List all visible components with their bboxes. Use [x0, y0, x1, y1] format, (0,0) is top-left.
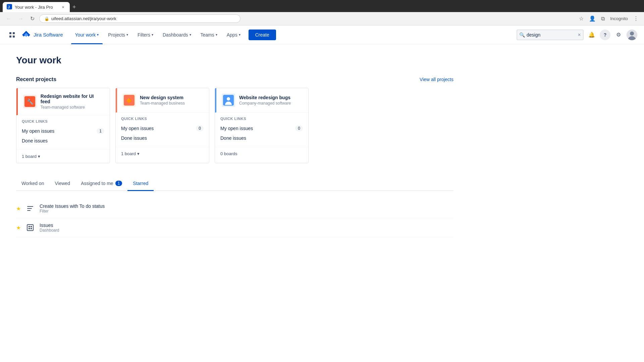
- address-bar[interactable]: 🔒 uifeed.atlassian.net/jira/your-work: [39, 14, 240, 23]
- menu-button[interactable]: ⋮: [632, 14, 640, 23]
- done-issues-link[interactable]: Done issues: [121, 133, 204, 143]
- project-info: Website redesign bugs Company-managed so…: [239, 95, 291, 106]
- notifications-button[interactable]: 🔔: [586, 29, 597, 40]
- project-card-body: QUICK LINKS My open issues 1 Done issues: [16, 115, 110, 149]
- project-avatar: 🔧: [23, 95, 37, 108]
- user-avatar[interactable]: [627, 29, 637, 40]
- filter-icon: [25, 203, 36, 214]
- project-info: Redesign website for UI feed Team-manage…: [41, 94, 104, 110]
- starred-item-filter[interactable]: ★ Create Issues with To do status Filter: [16, 199, 453, 218]
- active-browser-tab[interactable]: J Your work - Jira Pro ✕: [3, 2, 70, 12]
- svg-rect-16: [27, 210, 31, 211]
- search-wrapper: 🔍 ✕: [517, 29, 584, 40]
- star-icon: ★: [16, 205, 21, 212]
- main-content: Your work Recent projects View all proje…: [0, 44, 470, 248]
- tab-viewed[interactable]: Viewed: [49, 177, 75, 191]
- nav-right: 🔍 ✕ 🔔 ? ⚙: [517, 29, 637, 40]
- project-card-redesign[interactable]: 🔧 Redesign website for UI feed Team-mana…: [16, 88, 110, 163]
- svg-rect-2: [9, 32, 11, 34]
- create-button[interactable]: Create: [249, 29, 276, 40]
- tab-starred[interactable]: Starred: [127, 177, 154, 191]
- tab-title: Your work - Jira Pro: [15, 5, 53, 10]
- done-issues-link[interactable]: Done issues: [22, 136, 104, 145]
- project-boards-footer[interactable]: 1 board ▾: [116, 147, 209, 160]
- nav-items: Your work ▾ Projects ▾ Filters ▾ Dashboa…: [71, 25, 245, 44]
- starred-item-dashboard[interactable]: ★ Issues Dashboard: [16, 218, 453, 237]
- project-card-header: Website redesign bugs Company-managed so…: [215, 88, 308, 113]
- nav-item-projects[interactable]: Projects ▾: [104, 25, 132, 44]
- search-clear-button[interactable]: ✕: [578, 33, 581, 37]
- project-boards-footer: 0 boards: [215, 147, 308, 160]
- tab-close-button[interactable]: ✕: [60, 4, 66, 10]
- bookmark-button[interactable]: ☆: [578, 14, 585, 23]
- project-card-body: QUICK LINKS My open issues 0 Done issues: [215, 113, 308, 147]
- browser-controls: ← → ↻ 🔒 uifeed.atlassian.net/jira/your-w…: [0, 12, 644, 25]
- project-card-website-bugs[interactable]: Website redesign bugs Company-managed so…: [215, 88, 309, 163]
- starred-items-list: ★ Create Issues with To do status Filter…: [16, 199, 453, 237]
- chevron-down-icon: ▾: [38, 154, 40, 159]
- refresh-button[interactable]: ↻: [28, 14, 37, 23]
- svg-point-13: [227, 97, 230, 101]
- search-icon: 🔍: [519, 32, 525, 38]
- new-tab-button[interactable]: +: [70, 2, 79, 12]
- forward-button[interactable]: →: [16, 14, 25, 23]
- project-card-header: 🔶 New design system Team-managed busines…: [116, 88, 209, 113]
- browser-actions: ☆ 👤 ⧉ Incognito ⋮: [578, 14, 640, 23]
- nav-item-teams[interactable]: Teams ▾: [197, 25, 221, 44]
- nav-item-your-work[interactable]: Your work ▾: [71, 25, 103, 44]
- help-button[interactable]: ?: [600, 29, 610, 40]
- settings-button[interactable]: ⚙: [613, 29, 624, 40]
- done-issues-link[interactable]: Done issues: [220, 133, 303, 143]
- my-open-issues-link[interactable]: My open issues 0: [220, 123, 303, 133]
- project-avatar: [222, 94, 235, 107]
- jira-logo[interactable]: Jira Software: [21, 30, 63, 40]
- svg-text:🔶: 🔶: [126, 98, 132, 104]
- project-info: New design system Team-managed business: [140, 95, 185, 106]
- svg-text:J: J: [8, 5, 10, 9]
- chevron-down-icon: ▾: [137, 151, 140, 156]
- chevron-down-icon: ▾: [239, 33, 240, 37]
- tabs-container: Worked on Viewed Assigned to me 1 Starre…: [16, 177, 453, 191]
- tab-assigned-to-me[interactable]: Assigned to me 1: [75, 177, 127, 191]
- page-title: Your work: [16, 55, 453, 66]
- incognito-label: Incognito: [609, 15, 629, 22]
- svg-rect-19: [31, 226, 32, 227]
- jira-navbar: Jira Software Your work ▾ Projects ▾ Fil…: [0, 25, 644, 44]
- back-button[interactable]: ←: [4, 14, 13, 23]
- my-open-issues-link[interactable]: My open issues 1: [22, 126, 104, 136]
- recent-projects-title: Recent projects: [16, 76, 56, 82]
- chevron-down-icon: ▾: [152, 33, 153, 37]
- svg-rect-15: [27, 208, 32, 209]
- dashboard-icon: [25, 222, 36, 233]
- svg-point-7: [630, 32, 634, 36]
- view-all-projects-link[interactable]: View all projects: [420, 77, 453, 82]
- chevron-down-icon: ▾: [126, 33, 128, 37]
- apps-grid-button[interactable]: [7, 29, 17, 40]
- svg-rect-17: [27, 225, 33, 231]
- svg-rect-18: [29, 226, 30, 227]
- star-icon: ★: [16, 225, 21, 231]
- url-text: uifeed.atlassian.net/jira/your-work: [51, 16, 116, 21]
- extensions-button[interactable]: ⧉: [600, 14, 606, 23]
- svg-rect-5: [13, 36, 15, 38]
- recent-projects-header: Recent projects View all projects: [16, 76, 453, 82]
- search-input[interactable]: [517, 29, 584, 40]
- lock-icon: 🔒: [44, 16, 49, 21]
- nav-item-apps[interactable]: Apps ▾: [223, 25, 245, 44]
- tabs: Worked on Viewed Assigned to me 1 Starre…: [16, 177, 453, 190]
- tab-worked-on[interactable]: Worked on: [16, 177, 49, 191]
- svg-rect-21: [31, 228, 32, 229]
- nav-item-filters[interactable]: Filters ▾: [133, 25, 157, 44]
- svg-rect-3: [13, 32, 15, 34]
- project-boards-footer[interactable]: 1 board ▾: [16, 149, 110, 163]
- project-card-body: QUICK LINKS My open issues 0 Done issues: [116, 113, 209, 147]
- my-open-issues-link[interactable]: My open issues 0: [121, 123, 204, 133]
- svg-rect-14: [27, 206, 33, 207]
- svg-text:🔧: 🔧: [27, 99, 34, 105]
- browser-tab-bar: J Your work - Jira Pro ✕ +: [0, 0, 644, 12]
- project-avatar: 🔶: [122, 94, 136, 107]
- projects-grid: 🔧 Redesign website for UI feed Team-mana…: [16, 88, 453, 163]
- nav-item-dashboards[interactable]: Dashboards ▾: [159, 25, 195, 44]
- profile-button[interactable]: 👤: [588, 14, 597, 23]
- project-card-design-system[interactable]: 🔶 New design system Team-managed busines…: [115, 88, 209, 163]
